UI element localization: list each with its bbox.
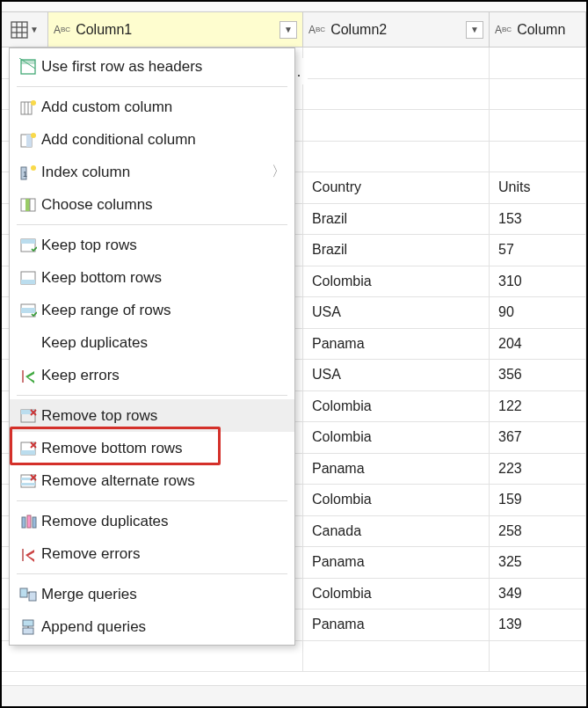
menu-label: Keep errors: [41, 367, 286, 384]
svg-text:1: 1: [23, 170, 27, 179]
svg-point-14: [31, 133, 36, 138]
append-queries-icon: [15, 618, 41, 636]
menu-separator: [17, 500, 287, 501]
cell-col2: Colombia: [303, 485, 490, 515]
cell-col3: 90: [490, 297, 586, 328]
cell-col2: [303, 47, 490, 78]
menu-label: Keep bottom rows: [41, 269, 286, 287]
table-menu-button[interactable]: ▼: [2, 12, 48, 47]
cell-col2: Brazil: [303, 235, 490, 266]
svg-rect-37: [20, 588, 27, 597]
menu-keep-top-rows[interactable]: Keep top rows: [10, 229, 294, 261]
cell-col3: 356: [490, 360, 586, 390]
menu-label: Keep duplicates: [41, 334, 286, 352]
cell-col2: Canada: [303, 516, 490, 547]
menu-merge-queries[interactable]: Merge queries: [10, 578, 294, 610]
menu-use-first-row[interactable]: Use first row as headers: [10, 50, 294, 83]
abc-type-icon: ABC: [309, 24, 325, 36]
cell-col2: Brazil: [303, 204, 490, 235]
menu-label: Keep top rows: [41, 237, 286, 254]
menu-keep-duplicates[interactable]: Keep duplicates: [10, 326, 294, 359]
svg-rect-30: [21, 450, 35, 455]
menu-label: Add custom column: [41, 99, 286, 116]
menu-choose-columns[interactable]: Choose columns: [10, 188, 294, 221]
menu-remove-errors[interactable]: Remove errors: [10, 537, 294, 570]
menu-keep-range-rows[interactable]: Keep range of rows: [10, 294, 294, 326]
menu-remove-duplicates[interactable]: Remove duplicates: [10, 505, 294, 537]
cell-col2: [303, 79, 490, 110]
merge-queries-icon: [15, 586, 41, 603]
cell-col3: 204: [490, 329, 586, 360]
menu-keep-bottom-rows[interactable]: Keep bottom rows: [10, 261, 294, 294]
footer-bar: [2, 685, 586, 706]
cell-col3: [490, 110, 586, 141]
menu-remove-top-rows[interactable]: Remove top rows: [10, 399, 294, 432]
cell-col2: Panama: [303, 329, 490, 360]
menu-label: Remove alternate rows: [41, 472, 286, 490]
menu-separator: [17, 86, 287, 87]
choose-columns-icon: [15, 196, 41, 214]
cell-col2: Panama: [303, 547, 490, 578]
svg-rect-19: [25, 199, 30, 211]
column3-header[interactable]: ABC Column: [490, 12, 586, 47]
cell-col3: 367: [490, 422, 586, 453]
svg-rect-26: [21, 308, 35, 313]
menu-remove-alternate-rows[interactable]: Remove alternate rows: [10, 464, 294, 497]
promote-headers-icon: [15, 58, 41, 76]
svg-rect-34: [22, 517, 25, 528]
cell-col3: 310: [490, 266, 586, 297]
menu-label: Remove top rows: [41, 407, 286, 425]
cell-col2: Panama: [303, 609, 490, 640]
svg-rect-13: [26, 135, 32, 147]
table-icon: [11, 21, 28, 39]
menu-add-custom-column[interactable]: Add custom column: [10, 91, 294, 123]
remove-bottom-icon: [15, 440, 41, 457]
menu-index-column[interactable]: 1 Index column 〉: [10, 156, 294, 188]
cell-col3: Units: [490, 172, 586, 203]
keep-errors-icon: [15, 368, 41, 383]
column1-header[interactable]: ABC Column1 ▼: [48, 12, 303, 47]
cell-col2: Country: [303, 172, 490, 203]
column2-header[interactable]: ABC Column2 ▼: [303, 12, 490, 47]
cell-col3: 57: [490, 235, 586, 266]
submenu-arrow-icon: 〉: [266, 163, 286, 181]
menu-add-conditional-column[interactable]: Add conditional column: [10, 123, 294, 156]
cell-col3: [490, 641, 586, 672]
menu-keep-errors[interactable]: Keep errors: [10, 359, 294, 391]
add-column-icon: [15, 99, 41, 116]
column-header-row: ▼ ABC Column1 ▼ ABC Column2 ▼ ABC Column: [2, 12, 586, 47]
svg-rect-24: [21, 280, 35, 284]
menu-remove-bottom-rows[interactable]: Remove bottom rows: [10, 432, 294, 464]
conditional-column-icon: [15, 131, 41, 149]
column1-label: Column1: [76, 22, 132, 38]
svg-rect-0: [11, 22, 27, 38]
cell-col3: 223: [490, 454, 586, 485]
top-border-area: [2, 2, 586, 12]
menu-separator: [17, 224, 287, 225]
column2-filter-button[interactable]: ▼: [466, 21, 483, 39]
cell-col3: 153: [490, 204, 586, 235]
svg-rect-8: [21, 102, 32, 114]
cell-col3: [490, 47, 586, 78]
cell-col3: [490, 79, 586, 110]
cell-col2: Panama: [303, 454, 490, 485]
remove-alternate-icon: [15, 472, 41, 490]
cell-col2: USA: [303, 360, 490, 390]
cell-col2: [303, 142, 490, 172]
svg-rect-38: [29, 592, 36, 601]
column2-label: Column2: [330, 22, 387, 38]
menu-label: Merge queries: [41, 586, 286, 603]
cell-col3: 349: [490, 579, 586, 609]
index-column-icon: 1: [15, 164, 41, 181]
menu-label: Choose columns: [41, 196, 286, 214]
abc-type-icon: ABC: [495, 24, 512, 36]
menu-label: Remove duplicates: [41, 513, 286, 530]
remove-errors-icon: [15, 546, 41, 562]
svg-rect-40: [23, 628, 33, 634]
column1-filter-button[interactable]: ▼: [279, 21, 297, 39]
cell-col3: 159: [490, 485, 586, 515]
menu-append-queries[interactable]: Append queries: [10, 610, 294, 643]
abc-type-icon: ABC: [54, 24, 70, 36]
cell-col3: 325: [490, 547, 586, 578]
svg-rect-22: [21, 239, 35, 244]
